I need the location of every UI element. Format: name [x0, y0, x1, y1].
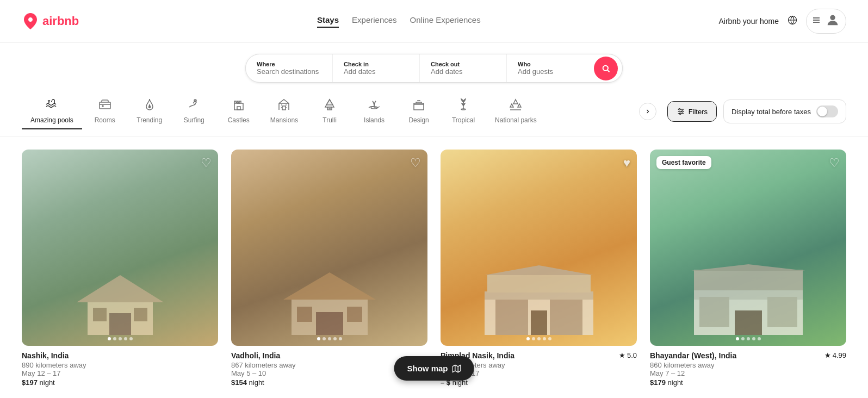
national-parks-label: National parks [495, 116, 537, 124]
trulli-label: Trulli [323, 116, 337, 124]
category-islands[interactable]: Islands [352, 94, 396, 129]
dot-4-3 [747, 337, 750, 340]
listing-details-4: Bhayandar (West), India 860 kilometers a… [650, 351, 736, 387]
user-menu[interactable] [806, 9, 846, 34]
surfing-icon [188, 98, 201, 114]
search-checkout[interactable]: Check out Add dates [420, 54, 507, 82]
amazing-pools-label: Amazing pools [30, 116, 73, 124]
logo[interactable]: airbnb [22, 13, 79, 30]
category-trulli[interactable]: Trulli [308, 94, 351, 129]
mansions-icon [277, 98, 290, 114]
dot-3-5 [548, 337, 551, 340]
trending-icon [143, 98, 156, 114]
checkin-value: Add dates [344, 67, 408, 76]
amazing-pools-icon [45, 98, 58, 114]
search-button[interactable] [594, 57, 618, 80]
dot-2-4 [333, 337, 337, 340]
svg-rect-25 [93, 308, 107, 321]
dot-4-4 [752, 337, 755, 340]
who-value: Add guests [518, 67, 583, 76]
airbnb-logo-icon [22, 13, 39, 30]
dot-2-2 [323, 337, 326, 340]
category-national-parks[interactable]: National parks [486, 94, 545, 129]
guest-favorite-badge-4: Guest favorite [656, 156, 711, 169]
svg-point-20 [681, 111, 683, 113]
listing-card-4[interactable]: ♡ Guest favorite Bhayandar (West), India… [650, 150, 846, 387]
svg-rect-7 [100, 102, 110, 109]
categories-next-button[interactable] [639, 103, 656, 120]
taxes-toggle-container[interactable]: Display total before taxes [723, 100, 846, 123]
listing-price-4: $179 night [650, 378, 736, 387]
design-icon [412, 98, 425, 114]
tab-online-experiences[interactable]: Online Experiences [410, 15, 481, 28]
dot-1-3 [119, 337, 122, 340]
rooms-label: Rooms [95, 116, 115, 124]
filters-button[interactable]: Filters [667, 101, 717, 122]
listing-distance-4: 860 kilometers away [650, 361, 736, 369]
svg-marker-23 [77, 275, 164, 302]
category-trending[interactable]: Trending [128, 94, 171, 129]
svg-rect-29 [316, 312, 343, 335]
tab-stays[interactable]: Stays [317, 15, 339, 28]
where-label: Where [257, 61, 321, 67]
dot-indicators-4 [736, 337, 761, 340]
wishlist-button-4[interactable]: ♡ [829, 156, 840, 170]
search-who[interactable]: Who Add guests [507, 54, 594, 82]
svg-rect-24 [109, 313, 131, 335]
toggle-knob [817, 107, 827, 116]
search-bar-container: Where Search destinations Check in Add d… [0, 43, 868, 87]
header-right: Airbnb your home [718, 9, 846, 34]
listing-image-4: ♡ Guest favorite [650, 150, 846, 346]
listing-card-3[interactable]: ♥ Pimplad Nasik, India 877 kilometers aw… [441, 150, 637, 387]
listing-distance-1: 890 kilometers away [22, 361, 86, 369]
category-surfing[interactable]: Surfing [172, 94, 216, 129]
dot-1-2 [113, 337, 116, 340]
listing-dates-2: May 5 – 10 [231, 369, 296, 377]
airbnb-home-link[interactable]: Airbnb your home [718, 17, 779, 26]
listing-card-1[interactable]: ♡ Nashik, India 890 kilometers away May … [22, 150, 218, 387]
svg-rect-33 [485, 291, 593, 300]
svg-point-8 [102, 105, 103, 107]
taxes-toggle-switch[interactable] [816, 105, 838, 117]
svg-line-6 [607, 70, 610, 72]
category-rooms[interactable]: Rooms [83, 94, 127, 129]
dot-indicators-1 [108, 337, 133, 340]
category-amazing-pools[interactable]: Amazing pools [22, 94, 82, 129]
surfing-label: Surfing [184, 116, 204, 124]
dot-2-5 [339, 337, 342, 340]
logo-text: airbnb [42, 14, 79, 28]
search-checkin[interactable]: Check in Add dates [333, 54, 420, 82]
svg-rect-42 [767, 297, 797, 327]
svg-point-5 [603, 65, 608, 70]
listing-distance-2: 867 kilometers away [231, 361, 296, 369]
svg-rect-12 [282, 106, 286, 110]
hamburger-icon [812, 16, 821, 27]
category-castles[interactable]: Castles [217, 94, 261, 129]
listing-image-1: ♡ [22, 150, 218, 346]
category-mansions[interactable]: Mansions [262, 94, 307, 129]
search-where[interactable]: Where Search destinations [246, 54, 333, 82]
category-design[interactable]: Design [397, 94, 441, 129]
dot-4-2 [741, 337, 745, 340]
listing-info-1: Nashik, India 890 kilometers away May 12… [22, 351, 218, 387]
dot-3-1 [526, 337, 530, 340]
svg-rect-26 [134, 308, 147, 321]
listing-price-1: $197 night [22, 378, 86, 387]
show-map-button[interactable]: Show map [394, 356, 474, 381]
category-nav: Amazing pools Rooms Trending [0, 87, 868, 136]
tab-experiences[interactable]: Experiences [352, 15, 397, 28]
checkin-label: Check in [344, 61, 408, 67]
listing-dates-4: May 7 – 12 [650, 369, 736, 377]
filters-label: Filters [689, 108, 708, 116]
dot-3-2 [532, 337, 535, 340]
tropical-icon [457, 98, 470, 114]
svg-point-19 [679, 109, 680, 110]
listing-card-2[interactable]: ♡ Vadholi, India 867 kilometers away May… [231, 150, 427, 387]
castles-icon [232, 98, 245, 114]
dot-4-1 [736, 337, 739, 340]
category-tropical[interactable]: Tropical [442, 94, 485, 129]
globe-icon[interactable] [788, 15, 797, 27]
wishlist-button-2[interactable]: ♡ [410, 156, 421, 170]
wishlist-button-3[interactable]: ♥ [623, 156, 630, 170]
wishlist-button-1[interactable]: ♡ [201, 156, 212, 170]
